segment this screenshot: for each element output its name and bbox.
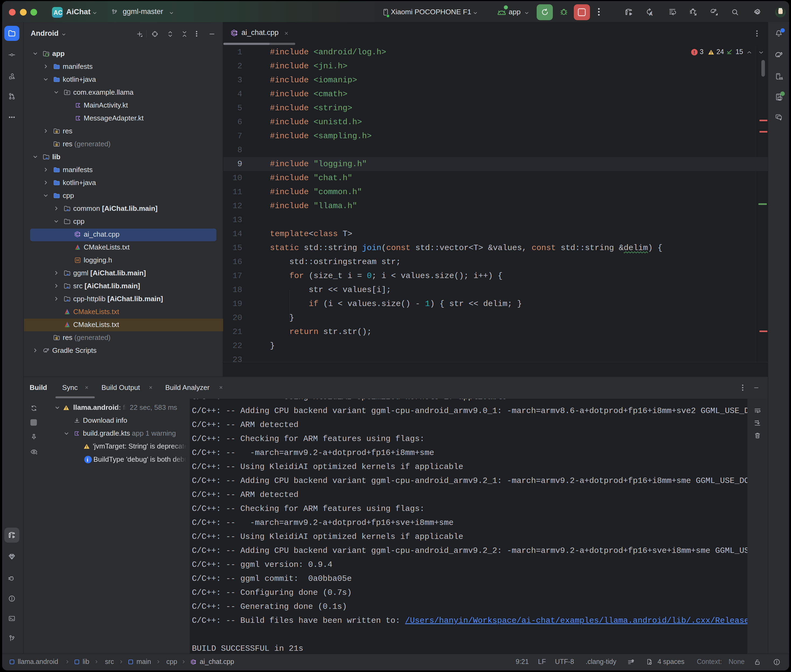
svg-text:A: A — [649, 11, 653, 17]
